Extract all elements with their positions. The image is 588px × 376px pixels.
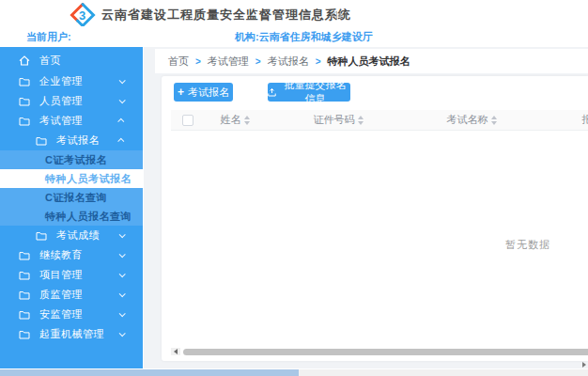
sidebar-item-personnel-mgmt[interactable]: 人员管理 xyxy=(0,91,143,111)
user-bar: 当前用户: 机构:云南省住房和城乡建设厅 xyxy=(0,26,588,47)
column-header[interactable]: 姓名 xyxy=(205,110,265,130)
folder-icon xyxy=(36,231,49,241)
sidebar-item-label: 人员管理 xyxy=(39,94,83,108)
app-logo-icon: 3 xyxy=(70,2,96,28)
column-header-label: 证件号码 xyxy=(314,113,355,127)
sidebar-item-label: 特种人员报名查询 xyxy=(45,210,132,224)
sidebar-item-label: 安监管理 xyxy=(39,307,83,321)
sidebar-item-special-personnel-registration-query[interactable]: 特种人员报名查询 xyxy=(0,207,143,226)
table-header-row: 姓名证件号码考试名称报名时间 xyxy=(171,110,588,131)
chevron-down-icon xyxy=(119,251,126,258)
svg-text:3: 3 xyxy=(79,8,85,23)
sidebar-item-crane-machinery-mgmt[interactable]: 起重机械管理 xyxy=(0,324,143,344)
batch-submit-button-label: 批量提交报名信息 xyxy=(280,78,350,106)
main-panel: + 考试报名 批量提交报名信息 姓名证件号码考试名称报名时间 暂无数据 xyxy=(162,76,588,361)
sidebar-menu: 首页企业管理人员管理考试管理考试报名C证考试报名特种人员考试报名C证报名查询特种… xyxy=(0,47,143,368)
sidebar-item-exam-registration[interactable]: 考试报名 xyxy=(0,131,143,150)
sidebar-item-label: 企业管理 xyxy=(39,74,83,88)
folder-icon xyxy=(19,310,32,320)
chevron-down-icon xyxy=(119,97,126,103)
sidebar-item-label: C证报名查询 xyxy=(45,191,107,205)
sidebar-item-home[interactable]: 首页 xyxy=(0,49,143,71)
select-all-header-cell xyxy=(171,110,205,130)
chevron-down-icon xyxy=(119,310,126,317)
chevron-up-icon xyxy=(117,138,124,145)
folder-icon xyxy=(19,251,32,260)
plus-icon: + xyxy=(178,86,184,98)
chevron-down-icon xyxy=(119,290,126,297)
breadcrumb-item[interactable]: 首页 xyxy=(168,55,189,69)
exam-register-button[interactable]: + 考试报名 xyxy=(174,83,233,102)
column-header-label: 报名时间 xyxy=(582,113,588,127)
batch-submit-button[interactable]: 批量提交报名信息 xyxy=(268,83,350,102)
sidebar-item-special-personnel-exam-registration[interactable]: 特种人员考试报名 xyxy=(0,169,143,188)
sidebar-item-continuing-education[interactable]: 继续教育 xyxy=(0,245,143,265)
scroll-right-arrow[interactable] xyxy=(582,362,586,368)
breadcrumb-item[interactable]: 考试报名 xyxy=(268,55,309,69)
chevron-down-icon xyxy=(119,77,126,84)
exam-register-button-label: 考试报名 xyxy=(188,86,229,100)
breadcrumb-separator: > xyxy=(255,56,261,67)
chevron-down-icon xyxy=(119,231,126,238)
chevron-up-icon xyxy=(117,118,124,125)
select-all-checkbox[interactable] xyxy=(182,115,193,126)
column-header[interactable]: 证件号码 xyxy=(265,110,411,130)
sidebar-item-quality-supervision-mgmt[interactable]: 质监管理 xyxy=(0,285,143,305)
folder-icon xyxy=(36,136,49,146)
registration-table: 姓名证件号码考试名称报名时间 暂无数据 xyxy=(171,110,588,342)
folder-icon xyxy=(19,330,32,339)
sidebar-item-label: 考试成绩 xyxy=(56,228,100,243)
chevron-down-icon xyxy=(119,271,126,277)
folder-icon xyxy=(19,97,32,106)
table-viewport: 姓名证件号码考试名称报名时间 暂无数据 xyxy=(171,110,588,342)
sidebar-item-label: 起重机械管理 xyxy=(39,327,104,341)
sort-icon[interactable] xyxy=(358,116,364,125)
sidebar-item-safety-supervision-mgmt[interactable]: 安监管理 xyxy=(0,305,143,324)
sidebar-item-c-cert-exam-registration[interactable]: C证考试报名 xyxy=(0,150,143,169)
scroll-left-arrow[interactable] xyxy=(171,348,180,355)
scrollbar-thumb[interactable] xyxy=(183,349,588,355)
empty-state-text: 暂无数据 xyxy=(171,238,588,252)
sidebar-item-label: 特种人员考试报名 xyxy=(45,172,132,186)
folder-icon xyxy=(19,271,32,280)
sidebar-item-label: 首页 xyxy=(39,54,61,68)
current-user-label: 当前用户: xyxy=(26,30,71,44)
column-header-label: 姓名 xyxy=(221,113,241,127)
column-header[interactable]: 报名时间 xyxy=(532,110,588,130)
sort-icon[interactable] xyxy=(491,116,497,125)
sidebar-item-exam-mgmt[interactable]: 考试管理 xyxy=(0,111,143,131)
page-scrollbar-thumb[interactable] xyxy=(0,369,299,376)
sidebar-item-label: 项目管理 xyxy=(39,268,83,282)
folder-icon xyxy=(19,117,32,126)
app-header: 3 云南省建设工程质量安全监督管理信息系统 xyxy=(0,0,588,26)
chevron-down-icon xyxy=(119,330,126,337)
sidebar-item-label: 考试报名 xyxy=(56,133,100,148)
speaker-icon[interactable] xyxy=(330,8,343,22)
sidebar-item-label: 考试管理 xyxy=(39,114,83,128)
org-label: 机构:云南省住房和城乡建设厅 xyxy=(235,30,373,44)
folder-icon xyxy=(19,290,32,300)
page-title: 云南省建设工程质量安全监督管理信息系统 xyxy=(101,7,351,24)
breadcrumb: 首页>考试管理>考试报名>特种人员考试报名 xyxy=(155,49,588,73)
column-header-label: 考试名称 xyxy=(447,113,488,127)
sidebar-item-enterprise-mgmt[interactable]: 企业管理 xyxy=(0,71,143,91)
breadcrumb-separator: > xyxy=(195,56,201,67)
home-icon xyxy=(19,55,32,66)
sidebar-item-exam-scores[interactable]: 考试成绩 xyxy=(0,226,143,245)
breadcrumb-separator: > xyxy=(316,56,321,67)
sidebar-item-c-cert-registration-query[interactable]: C证报名查询 xyxy=(0,188,143,207)
sidebar-item-label: C证考试报名 xyxy=(45,153,107,167)
breadcrumb-item[interactable]: 考试管理 xyxy=(208,55,249,69)
breadcrumb-item: 特种人员考试报名 xyxy=(328,55,410,69)
sidebar-item-label: 继续教育 xyxy=(39,248,83,262)
sidebar-item-project-mgmt[interactable]: 项目管理 xyxy=(0,265,143,285)
page-horizontal-scrollbar xyxy=(0,369,588,376)
upload-icon xyxy=(268,88,276,97)
table-horizontal-scrollbar xyxy=(171,348,588,355)
sort-icon[interactable] xyxy=(244,116,250,125)
column-header[interactable]: 考试名称 xyxy=(411,110,532,130)
folder-icon xyxy=(19,77,32,86)
sidebar-item-label: 质监管理 xyxy=(39,288,83,302)
